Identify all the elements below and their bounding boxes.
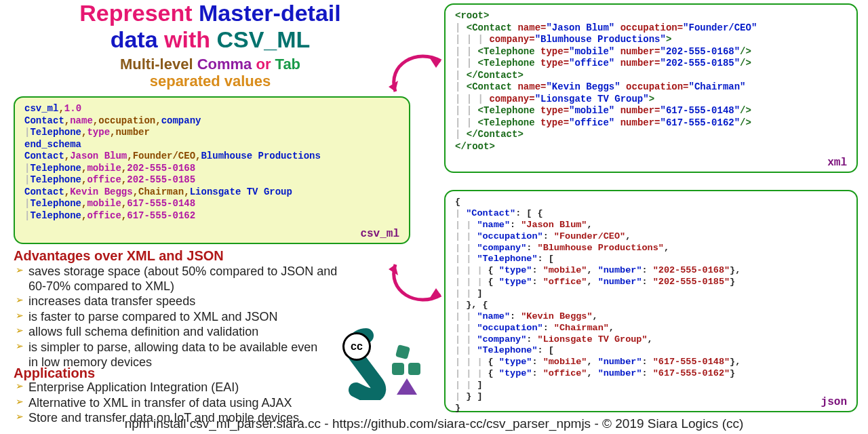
svg-rect-2 [408,363,420,375]
json-code: { | "Contact": [ { | | "name": "Jason Bl… [455,197,847,414]
svg-rect-1 [392,363,404,375]
subtitle: Multi-level Comma or Tab separated value… [27,56,393,90]
cc-license-icon: cc [342,332,371,361]
csvml-code: csv_ml,1.0 Contact,name,occupation,compa… [24,103,399,222]
xml-code: <root> | <Contact name="Jason Blum" occu… [455,10,847,153]
list-item: allows full schema definition and valida… [14,325,339,340]
list-item: is faster to parse compared to XML and J… [14,310,339,325]
list-item: saves storage space (about 50% compared … [14,264,339,294]
svg-rect-0 [395,344,410,359]
footer-text: npm install csv_ml_parser.siara.cc - htt… [0,416,868,431]
xml-code-box: <root> | <Contact name="Jason Blum" occu… [444,3,858,173]
xml-label: xml [827,157,847,169]
advantages-list: saves storage space (about 50% compared … [14,264,339,370]
json-code-box: { | "Contact": [ { | | "name": "Jason Bl… [444,190,858,412]
list-item: increases data transfer speeds [14,294,339,309]
csvml-label: csv_ml [360,228,399,240]
advantages-heading: Advantages over XML and JSON [14,248,420,264]
csvml-code-box: csv_ml,1.0 Contact,name,occupation,compa… [14,96,410,244]
json-label: json [821,396,847,408]
main-title: Represent Master-detail data with CSV_ML [14,0,407,53]
